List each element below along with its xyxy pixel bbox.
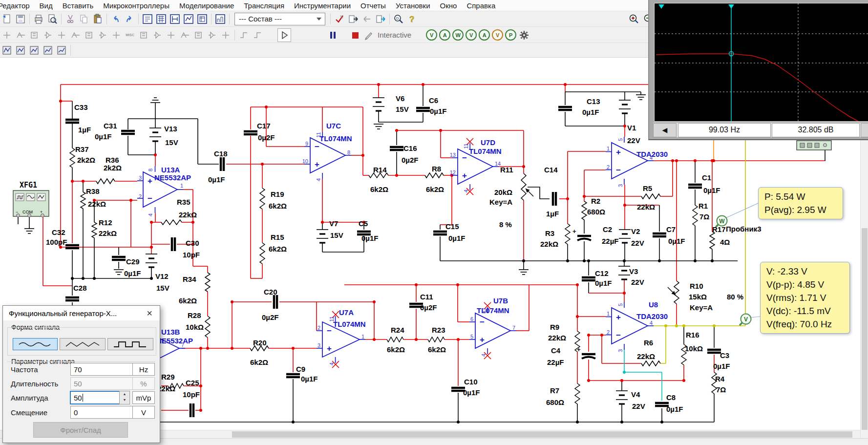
copy-icon[interactable] (78, 13, 90, 25)
stop-simulation-button[interactable] (349, 29, 361, 42)
probe-a-icon-5[interactable]: A (479, 29, 490, 41)
menu-item-1[interactable]: Редактор (0, 1, 35, 10)
probe-p-icon-7[interactable]: P (505, 29, 516, 41)
undo-icon[interactable] (109, 13, 122, 25)
view-toggle-icon-3[interactable] (169, 13, 181, 25)
function-generator-dialog[interactable]: Функциональный генератор-X... × Форма си… (2, 305, 160, 443)
frequency-input[interactable]: 70 (70, 363, 134, 376)
resistor-R28[interactable] (205, 316, 210, 338)
paste-icon[interactable] (91, 13, 104, 25)
grapher-tool-icon-2[interactable] (14, 44, 27, 57)
print-preview-icon[interactable] (46, 13, 59, 25)
component-group-icon-12[interactable] (151, 29, 164, 42)
run-simulation-button[interactable] (277, 28, 291, 42)
component-group-icon-8[interactable] (96, 29, 109, 42)
help-icon[interactable]: ? (406, 13, 419, 25)
close-icon[interactable]: × (143, 307, 156, 319)
resistor-R19[interactable] (260, 188, 265, 209)
hierarchy-icon[interactable] (214, 13, 227, 25)
wiring-tool-icon-1[interactable] (237, 29, 250, 42)
export-icon[interactable] (347, 13, 360, 25)
probe-a-icon-2[interactable]: A (439, 29, 450, 41)
dialog-title-bar[interactable]: Функциональный генератор-X... (3, 306, 160, 320)
menu-item-3[interactable]: Вставить (58, 1, 99, 10)
component-group-icon-17[interactable] (219, 29, 232, 42)
resistor-R7[interactable] (575, 383, 580, 404)
component-group-icon-13[interactable] (165, 29, 177, 42)
component-group-icon-1[interactable] (0, 29, 13, 42)
probe-settings-gear-icon[interactable] (518, 29, 530, 42)
probe-v-icon-1[interactable]: V (426, 29, 437, 41)
potentiometer-R10[interactable] (674, 281, 679, 304)
component-group-icon-14[interactable] (178, 29, 191, 42)
probe-w-icon-3[interactable]: W (452, 29, 464, 41)
menu-item-11[interactable]: Справка (462, 1, 500, 10)
component-group-icon-7[interactable] (83, 29, 95, 42)
component-group-icon-6[interactable] (69, 29, 82, 42)
in-use-list-dropdown[interactable]: --- Состав --- (234, 13, 325, 25)
resistor-R35[interactable] (161, 220, 182, 225)
component-group-icon-16[interactable] (206, 29, 218, 42)
print-icon[interactable] (32, 13, 45, 25)
view-toggle-icon-5[interactable] (196, 13, 209, 25)
save-icon[interactable] (14, 13, 27, 25)
component-group-icon-5[interactable] (55, 29, 68, 42)
component-group-icon-11[interactable] (137, 29, 150, 42)
back-annotate-icon[interactable] (360, 13, 373, 25)
resistor-R38[interactable] (81, 192, 85, 209)
menu-item-7[interactable]: Инструментарии (289, 1, 356, 10)
resistor-R36[interactable] (96, 179, 115, 184)
new-file-icon[interactable] (0, 13, 13, 25)
resistor-R24[interactable] (387, 337, 403, 342)
component-group-icon-3[interactable] (28, 29, 41, 42)
cursor-left-button[interactable]: ◀ (653, 123, 677, 137)
forward-annotate-icon[interactable] (374, 13, 387, 25)
resistor-R23[interactable] (428, 337, 445, 342)
probe-v-icon-4[interactable]: V (466, 29, 477, 41)
resistor-R34[interactable] (205, 273, 210, 292)
wiring-tool-icon-2[interactable] (251, 29, 264, 42)
view-toggle-icon-1[interactable] (141, 13, 154, 25)
resistor-R6[interactable] (641, 361, 660, 366)
redo-icon[interactable] (123, 13, 136, 25)
resistor-R8[interactable] (425, 173, 444, 178)
spinner-up-icon[interactable]: ▲ (120, 391, 129, 397)
spinner-down-icon[interactable]: ▼ (120, 397, 129, 403)
find-icon[interactable]: D (392, 13, 405, 25)
resistor-R3[interactable] (565, 224, 570, 244)
amplitude-spinner[interactable]: ▲▼ (119, 391, 130, 404)
cursor-right-button[interactable] (861, 123, 868, 137)
component-group-icon-2[interactable] (14, 29, 27, 42)
grapher-tool-icon-1[interactable] (0, 44, 13, 57)
cut-icon[interactable] (64, 13, 77, 25)
offset-input[interactable]: 0 (70, 406, 134, 419)
resistor-R1[interactable] (693, 205, 698, 226)
sine-wave-button[interactable] (13, 338, 58, 350)
menu-item-6[interactable]: Трансляция (239, 1, 289, 10)
resistor-R15[interactable] (260, 243, 265, 264)
resistor-R2[interactable] (582, 201, 587, 220)
grapher-tool-icon-3[interactable] (28, 44, 41, 57)
amplitude-input[interactable]: 50 (70, 391, 121, 404)
resistor-R37[interactable] (70, 148, 75, 168)
triangle-wave-button[interactable] (60, 338, 106, 350)
zoom-in-icon[interactable] (628, 13, 640, 25)
menu-item-10[interactable]: Окно (435, 1, 462, 10)
potentiometer-R11[interactable] (521, 173, 526, 200)
resistor-R17[interactable] (710, 232, 715, 249)
component-group-icon-10[interactable]: MISC (124, 29, 136, 42)
resistor-R5[interactable] (641, 194, 660, 199)
resistor-R12[interactable] (92, 222, 97, 238)
grapher-tool-icon-4[interactable] (42, 44, 54, 57)
view-toggle-icon-4[interactable] (182, 13, 195, 25)
menu-item-5[interactable]: Моделирование (174, 1, 239, 10)
component-group-icon-15[interactable] (192, 29, 205, 42)
probe-v-icon-6[interactable]: V (492, 29, 503, 41)
horizontal-scrollbar-thumb[interactable] (232, 431, 852, 438)
component-group-icon-4[interactable] (42, 29, 54, 42)
grapher-tool-icon-5[interactable] (55, 44, 68, 57)
menu-item-8[interactable]: Отчеты (356, 1, 391, 10)
menu-item-4[interactable]: Микроконтроллеры (98, 1, 174, 10)
view-toggle-icon-2[interactable] (155, 13, 168, 25)
vertical-scrollbar-thumb[interactable] (862, 228, 868, 430)
